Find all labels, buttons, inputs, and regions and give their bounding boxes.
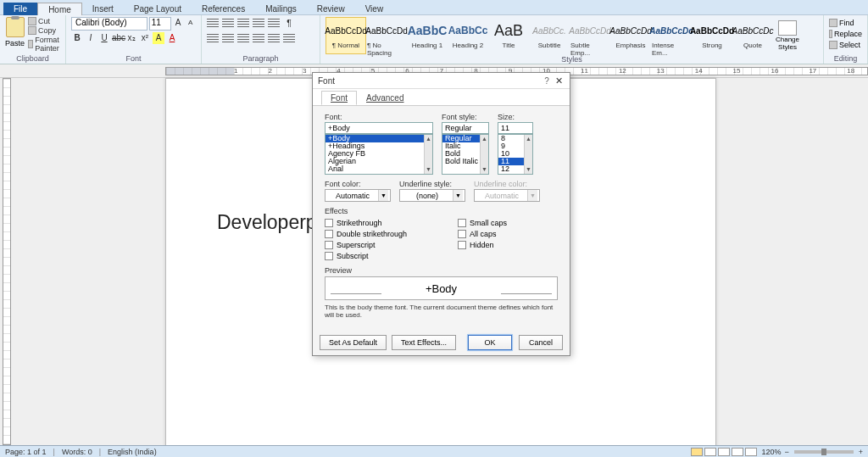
strike-button[interactable]: abc [112,32,124,44]
font-listbox[interactable]: +Body +Headings Agency FB Algerian Arial… [325,134,433,175]
size-input[interactable] [498,122,533,134]
status-language[interactable]: English (India) [108,448,157,456]
tab-file[interactable]: File [3,3,37,15]
effects-label: Effects [325,207,558,215]
cancel-button[interactable]: Cancel [519,335,563,350]
scrollbar[interactable]: ▲▼ [524,135,532,174]
tab-font[interactable]: Font [321,91,357,105]
find-button[interactable]: Find [829,17,862,28]
multilevel-icon[interactable] [237,19,249,29]
style-emphasis[interactable]: AaBbCcDdEmphasis [610,17,651,54]
highlight-button[interactable]: A [153,32,164,44]
font-color-combo[interactable]: Automatic▼ [325,189,391,202]
set-default-button[interactable]: Set As Default [320,335,387,350]
chk-subscript[interactable]: Subscript [325,250,407,261]
font-name-combo[interactable]: Calibri (Body) [71,17,147,31]
pilcrow-icon[interactable]: ¶ [283,18,295,30]
dialog-titlebar[interactable]: Font ? ✕ [313,73,570,89]
cut-button[interactable]: Cut [28,17,63,25]
text-effects-button[interactable]: Text Effects... [392,335,456,350]
chevron-down-icon: ▼ [527,190,537,201]
zoom-in-icon[interactable]: + [859,448,863,456]
view-fullscreen-icon[interactable] [704,448,716,456]
group-styles: AaBbCcDd¶ Normal AaBbCcDd¶ No Spacing Aa… [320,15,824,64]
status-words[interactable]: Words: 0 [62,448,92,456]
scrollbar[interactable]: ▲▼ [480,135,488,174]
style-title[interactable]: AaBTitle [488,17,529,54]
format-painter-button[interactable]: Format Painter [28,36,63,53]
chk-all-caps[interactable]: All caps [458,228,507,239]
bullets-icon[interactable] [207,19,219,29]
view-outline-icon[interactable] [732,448,743,456]
scrollbar[interactable]: ▲▼ [424,135,432,174]
tab-view[interactable]: View [355,3,394,15]
font-style-listbox[interactable]: Regular Italic Bold Bold Italic ▲▼ [442,134,489,175]
replace-button[interactable]: Replace [829,28,862,39]
tab-page-layout[interactable]: Page Layout [124,3,192,15]
superscript-button[interactable]: x² [139,32,151,44]
chk-strikethrough[interactable]: Strikethrough [325,217,407,228]
view-draft-icon[interactable] [745,448,757,456]
style-heading1[interactable]: AaBbCHeading 1 [407,17,448,54]
font-group-label: Font [71,53,196,64]
shading-icon[interactable] [283,34,295,44]
style-strong[interactable]: AaBbCcDdStrong [692,17,732,54]
style-quote[interactable]: AaBbCcDcQuote [732,17,773,54]
dialog-title: Font [318,76,335,86]
view-web-icon[interactable] [718,448,730,456]
grow-font-icon[interactable]: A [173,17,184,29]
shrink-font-icon[interactable]: A [185,17,196,29]
group-paragraph: ¶ Paragraph [202,15,320,64]
copy-button[interactable]: Copy [28,26,63,35]
style-heading2[interactable]: AaBbCcHeading 2 [448,17,488,54]
zoom-slider[interactable] [794,450,854,454]
ok-button[interactable]: OK [468,335,512,350]
align-left-icon[interactable] [207,34,219,44]
clipboard-label: Clipboard [5,53,60,64]
font-style-input[interactable] [442,122,489,134]
italic-button[interactable]: I [85,32,97,44]
font-size-combo[interactable]: 11 [149,17,171,31]
indent-dec-icon[interactable] [253,19,264,29]
tab-review[interactable]: Review [307,3,355,15]
numbering-icon[interactable] [222,19,234,29]
styles-gallery[interactable]: AaBbCcDd¶ Normal AaBbCcDd¶ No Spacing Aa… [326,17,773,54]
select-button[interactable]: Select [829,39,862,50]
align-center-icon[interactable] [222,34,234,44]
tab-references[interactable]: References [192,3,255,15]
size-listbox[interactable]: 8 9 10 11 12 ▲▼ [498,134,533,175]
indent-inc-icon[interactable] [268,19,280,29]
chk-hidden[interactable]: Hidden [458,239,507,250]
style-intense-emphasis[interactable]: AaBbCcDcIntense Em... [651,17,692,54]
tab-home[interactable]: Home [37,3,82,15]
bold-button[interactable]: B [71,32,83,44]
chk-superscript[interactable]: Superscript [325,239,407,250]
chk-double-strikethrough[interactable]: Double strikethrough [325,228,407,239]
style-subtle-emphasis[interactable]: AaBbCcDdSubtle Emp... [570,17,610,54]
underline-button[interactable]: U [98,32,110,44]
tab-insert[interactable]: Insert [82,3,124,15]
underline-style-combo[interactable]: (none)▼ [399,189,465,202]
ruler-vertical[interactable] [0,78,14,445]
font-color-button[interactable]: A [166,32,178,44]
style-subtitle[interactable]: AaBbCc.Subtitle [529,17,570,54]
zoom-percent[interactable]: 120% [761,448,781,456]
tab-mailings[interactable]: Mailings [255,3,307,15]
style-no-spacing[interactable]: AaBbCcDd¶ No Spacing [366,17,407,54]
style-normal[interactable]: AaBbCcDd¶ Normal [326,17,366,54]
align-right-icon[interactable] [237,34,249,44]
justify-icon[interactable] [253,34,264,44]
dialog-help-icon[interactable]: ? [541,76,553,86]
change-styles-button[interactable]: Change Styles [773,17,802,54]
dialog-close-icon[interactable]: ✕ [553,75,565,86]
zoom-out-icon[interactable]: − [784,448,788,456]
view-print-layout-icon[interactable] [691,448,703,456]
subscript-button[interactable]: x₂ [125,32,137,44]
status-page[interactable]: Page: 1 of 1 [5,448,47,456]
chk-small-caps[interactable]: Small caps [458,217,507,228]
font-input[interactable] [325,122,433,134]
tab-advanced[interactable]: Advanced [357,91,413,105]
paste-button[interactable]: Paste [5,17,25,53]
label-underline-style: Underline style: [399,180,465,188]
line-spacing-icon[interactable] [268,34,280,44]
